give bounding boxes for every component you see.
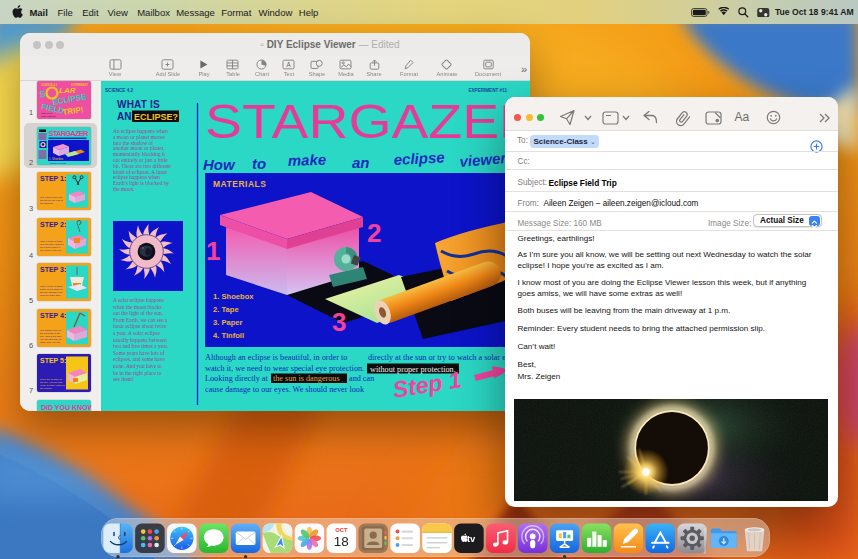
svg-text:DID YOU KNOW: DID YOU KNOW: [41, 404, 91, 411]
svg-text:viewer!: viewer!: [459, 149, 512, 170]
svg-text:STEP 4:: STEP 4:: [40, 312, 66, 319]
svg-text:WHAT IS: WHAT IS: [117, 99, 160, 110]
svg-text:STARGAZER: STARGAZER: [49, 129, 90, 138]
svg-text:4. Tinfoil: 4. Tinfoil: [213, 331, 244, 340]
svg-text:2. Tape: 2. Tape: [213, 305, 239, 314]
svg-text:TRIP!: TRIP!: [62, 105, 84, 117]
svg-text:STEP 3:: STEP 3:: [40, 266, 66, 273]
svg-text:the eclipse!: the eclipse!: [40, 387, 52, 390]
svg-text:STEP 5:: STEP 5:: [40, 357, 66, 364]
svg-text:eclipses, and some have: eclipses, and some have: [113, 356, 165, 362]
svg-text:1. Shoebox: 1. Shoebox: [49, 156, 64, 160]
svg-text:1. Shoebox: 1. Shoebox: [213, 292, 254, 301]
svg-text:SCIENCE 4.2: SCIENCE 4.2: [105, 88, 134, 93]
svg-text:usually happens between: usually happens between: [113, 337, 167, 343]
svg-text:to: to: [252, 155, 266, 172]
svg-text:3. Paper: 3. Paper: [213, 318, 243, 327]
svg-text:STARGAZER: STARGAZER: [205, 94, 530, 148]
svg-text:and can: and can: [349, 374, 374, 383]
svg-text:the shoebox.: the shoebox.: [40, 202, 54, 205]
svg-text:How: How: [203, 156, 236, 173]
svg-text:tv: tv: [467, 533, 476, 544]
svg-text:out the light of the sun.: out the light of the sun.: [113, 310, 163, 316]
svg-text:be in the right place to: be in the right place to: [113, 370, 162, 376]
svg-text:the moon.: the moon.: [113, 186, 135, 192]
svg-text:the sun is dangerous: the sun is dangerous: [273, 374, 340, 383]
svg-text:STEP 2:: STEP 2:: [40, 221, 66, 228]
svg-text:make: make: [288, 151, 327, 169]
svg-text:eclipse: eclipse: [393, 148, 445, 168]
svg-text:an: an: [352, 154, 370, 171]
svg-text:directly at the sun or try to: directly at the sun or try to watch a so…: [368, 353, 525, 362]
svg-text:when the moon blocks: when the moon blocks: [113, 304, 162, 310]
svg-text:watch it, we need to wear spec: watch it, we need to wear special eye pr…: [205, 364, 364, 373]
svg-text:the center of the foil.: the center of the foil.: [40, 249, 62, 252]
svg-text:make sure you can: make sure you can: [40, 341, 61, 344]
svg-text:Looking directly at: Looking directly at: [205, 374, 268, 383]
svg-text:from the tinfoil hole.: from the tinfoil hole.: [40, 294, 61, 297]
svg-text:OCT: OCT: [335, 527, 348, 533]
svg-text:From Earth, we can see a: From Earth, we can see a: [113, 317, 168, 323]
svg-text:1: 1: [206, 236, 220, 266]
svg-text:none. And you have to: none. And you have to: [113, 363, 162, 369]
svg-text:SCIENCE 4.2: SCIENCE 4.2: [41, 83, 57, 87]
svg-text:cause damage to our eyes. We s: cause damage to our eyes. We should neve…: [205, 385, 365, 394]
svg-text:EXPERIMENT #11: EXPERIMENT #11: [468, 88, 507, 93]
svg-text:3: 3: [332, 307, 346, 337]
svg-text:see them!: see them!: [113, 376, 134, 382]
svg-text:AN: AN: [117, 111, 131, 122]
svg-text:STEP 1:: STEP 1:: [40, 175, 66, 182]
svg-text:a year. A solar eclipse: a year. A solar eclipse: [113, 330, 160, 336]
svg-text:2: 2: [367, 218, 381, 248]
svg-text:18: 18: [334, 534, 349, 549]
svg-text:Some years have lots of: Some years have lots of: [113, 350, 165, 356]
svg-text:A solar eclipse happens: A solar eclipse happens: [113, 297, 164, 303]
svg-text:lunar eclipse about twice: lunar eclipse about twice: [113, 323, 167, 329]
svg-text:Although an eclipse is beautif: Although an eclipse is beautiful, in ord…: [205, 353, 347, 362]
svg-text:trips! Training: trips! Training: [41, 115, 56, 118]
svg-text:A: A: [286, 61, 291, 68]
svg-text:Although an eclipse: Although an eclipse: [49, 162, 67, 164]
svg-text:two and five times a year.: two and five times a year.: [113, 343, 168, 349]
svg-text:ECLIPSE?: ECLIPSE?: [134, 112, 178, 122]
svg-text:MATERIALS: MATERIALS: [213, 179, 266, 189]
